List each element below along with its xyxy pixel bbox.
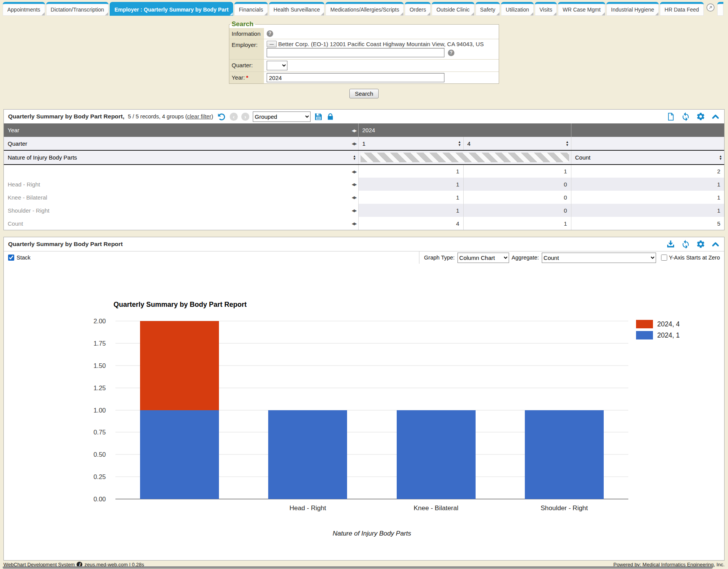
- column-resize-icon[interactable]: ◀▶: [352, 208, 356, 213]
- report-table: Year◀▶ 2024 Quarter◀▶ 1▲▼ 4▲▼ Nature of …: [4, 123, 724, 230]
- table-row: ◀▶112: [4, 165, 724, 178]
- row-label-cell[interactable]: Count◀▶: [4, 217, 358, 230]
- row-label-cell[interactable]: Shoulder - Right◀▶: [4, 204, 358, 217]
- tab-bar: AppointmentsDictation/TranscriptionEmplo…: [0, 0, 728, 16]
- year-value-cell[interactable]: 2024: [358, 123, 571, 137]
- tab-partial[interactable]: [717, 2, 723, 16]
- tab-health-surveillance[interactable]: Health Surveillance: [269, 2, 325, 16]
- sort-icon[interactable]: ▲▼: [566, 141, 569, 146]
- value-cell: 0: [463, 191, 571, 204]
- value-cell: 0: [463, 204, 571, 217]
- collapse-panel-icon[interactable]: [711, 240, 720, 249]
- bar-stack: [525, 321, 604, 499]
- tab-orders[interactable]: Orders: [405, 2, 431, 16]
- undo-icon[interactable]: [217, 112, 226, 121]
- yaxis-zero-toggle[interactable]: Y-Axis Starts at Zero: [661, 255, 720, 261]
- quarter-4-cell[interactable]: 4▲▼: [463, 137, 571, 150]
- x-axis-label: Shoulder - Right: [500, 504, 628, 512]
- stack-toggle[interactable]: Stack: [8, 255, 30, 261]
- refresh-icon[interactable]: [681, 240, 690, 249]
- tab-visits[interactable]: Visits: [535, 2, 557, 16]
- year-header-cell[interactable]: Year◀▶: [4, 123, 358, 137]
- report-table-panel: Quarterly Summary by Body Part Report, 5…: [3, 109, 725, 230]
- clear-filter-link[interactable]: clear filter: [187, 113, 211, 120]
- tab-dictation-transcription[interactable]: Dictation/Transcription: [46, 2, 109, 16]
- yaxis-zero-checkbox[interactable]: [661, 255, 667, 261]
- column-resize-icon[interactable]: ◀▶: [352, 128, 356, 132]
- nature-header-cell[interactable]: Nature of Injury Body Parts▲▼: [4, 150, 358, 165]
- value-cell: 1: [571, 178, 724, 191]
- y-axis-label: 0.75: [94, 429, 106, 436]
- count-header-cell[interactable]: Count▲▼: [571, 150, 724, 165]
- column-resize-icon[interactable]: ◀▶: [352, 195, 356, 200]
- column-resize-icon[interactable]: ◀▶: [352, 141, 356, 146]
- download-icon[interactable]: [666, 240, 675, 249]
- employer-help-icon[interactable]: ?: [448, 50, 454, 56]
- aggregate-select[interactable]: Count: [542, 253, 656, 263]
- refresh-icon[interactable]: [681, 112, 690, 121]
- legend-label: 2024, 1: [657, 331, 680, 339]
- chart-panel-title: Quarterly Summary by Body Part Report: [8, 241, 123, 248]
- tab-employer-quarterly-summary-by-body-part[interactable]: Employer : Quarterly Summary by Body Par…: [110, 2, 233, 16]
- previous-page-icon[interactable]: ‹: [230, 113, 238, 121]
- legend-label: 2024, 4: [657, 320, 680, 328]
- row-label-cell[interactable]: Head - Right◀▶: [4, 178, 358, 191]
- bar-segment-2024-1: [140, 410, 219, 499]
- employer-search-input[interactable]: [267, 48, 444, 57]
- y-axis-label: 1.50: [94, 362, 106, 369]
- column-resize-icon[interactable]: ◀▶: [352, 169, 356, 173]
- new-document-icon[interactable]: [666, 112, 675, 121]
- bars: [115, 321, 628, 499]
- next-page-icon[interactable]: ›: [241, 113, 249, 121]
- save-icon[interactable]: [314, 112, 323, 121]
- tab-medications-allergies-scripts[interactable]: Medications/Allergies/Scripts: [326, 2, 404, 16]
- stack-checkbox[interactable]: [8, 255, 14, 261]
- bar-stack: [397, 321, 476, 499]
- sort-icon[interactable]: ▲▼: [353, 155, 356, 160]
- tab-financials[interactable]: Financials: [234, 2, 268, 16]
- plot-area: [115, 321, 628, 499]
- chart-panel-actions: [666, 240, 720, 249]
- search-button[interactable]: Search: [349, 89, 379, 98]
- tab-safety[interactable]: Safety: [476, 2, 500, 16]
- year-input[interactable]: [267, 73, 444, 82]
- horizontal-scrollbar[interactable]: [3, 566, 713, 569]
- quarter-select[interactable]: [267, 61, 287, 70]
- bar-stack: [140, 321, 219, 499]
- tab-wr-case-mgmt[interactable]: WR Case Mgmt: [558, 2, 605, 16]
- y-axis-label: 2.00: [94, 318, 106, 325]
- tab-utilization[interactable]: Utilization: [501, 2, 534, 16]
- group-mode-select[interactable]: Grouped: [253, 111, 311, 122]
- tab-outside-clinic[interactable]: Outside Clinic: [432, 2, 474, 16]
- row-label-cell[interactable]: ◀▶: [4, 165, 358, 178]
- tab-industrial-hygiene[interactable]: Industrial Hygiene: [606, 2, 659, 16]
- lock-icon[interactable]: [326, 113, 334, 121]
- quarter-1-cell[interactable]: 1▲▼: [358, 137, 463, 150]
- collapse-panel-icon[interactable]: [711, 112, 720, 121]
- tab-hr-data-feed[interactable]: HR Data Feed: [660, 2, 703, 16]
- year-row: Year:*: [229, 72, 499, 83]
- sort-icon[interactable]: ▲▼: [719, 155, 722, 160]
- open-new-window-icon[interactable]: [706, 3, 715, 13]
- table-panel-title: Quarterly Summary by Body Part Report,: [8, 113, 124, 120]
- sort-icon[interactable]: ▲▼: [458, 141, 461, 146]
- graph-type-select[interactable]: Column Chart: [458, 253, 509, 263]
- legend-swatch: [636, 320, 653, 328]
- value-cell: 1: [358, 178, 463, 191]
- column-resize-icon[interactable]: ◀▶: [352, 182, 356, 186]
- employer-collapse-button[interactable]: —: [267, 41, 277, 47]
- chart-panel-toolbar: Quarterly Summary by Body Part Report: [4, 237, 724, 251]
- value-cell: 2: [571, 165, 724, 178]
- table-row: Head - Right◀▶101: [4, 178, 724, 191]
- tab-appointments[interactable]: Appointments: [3, 2, 45, 16]
- value-cell: 1: [358, 204, 463, 217]
- row-label-cell[interactable]: Knee - Bilateral◀▶: [4, 191, 358, 204]
- information-help-icon[interactable]: ?: [267, 30, 273, 37]
- x-axis-title: Nature of Injury Body Parts: [115, 530, 628, 537]
- quarter-header-cell[interactable]: Quarter◀▶: [4, 137, 358, 150]
- settings-gear-icon[interactable]: [696, 112, 705, 121]
- legend-swatch: [636, 331, 653, 339]
- column-resize-icon[interactable]: ◀▶: [352, 221, 356, 226]
- settings-gear-icon[interactable]: [696, 240, 705, 249]
- x-axis: Head - RightKnee - BilateralShoulder - R…: [115, 504, 628, 514]
